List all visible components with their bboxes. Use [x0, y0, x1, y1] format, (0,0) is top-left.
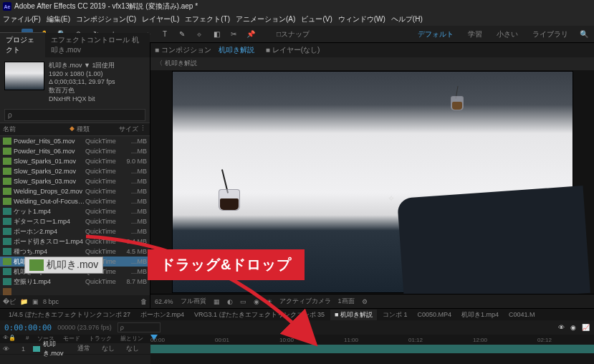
- menu-help[interactable]: ヘルプ(H): [391, 14, 423, 24]
- region-icon[interactable]: ▭: [240, 298, 246, 305]
- project-file-row[interactable]: Powder_Hits_06.movQuickTime…MB: [0, 146, 150, 156]
- project-file-row[interactable]: [0, 287, 150, 295]
- shy-icon[interactable]: 👁: [558, 324, 565, 331]
- col-settings-icon[interactable]: ⋮: [138, 125, 147, 134]
- interpret-icon[interactable]: �ビ: [3, 297, 16, 307]
- timeline-tab[interactable]: コンポ 1: [378, 310, 412, 320]
- viewer-tab-layer[interactable]: ■ レイヤー(なし): [262, 44, 324, 57]
- project-file-row[interactable]: ボード切きスロー1.mp4QuickTime0.4 MB: [0, 236, 150, 246]
- timeline-tab[interactable]: C0050.MP4: [413, 310, 456, 319]
- tab-effect-controls[interactable]: エフェクトコントロール 机叩き.mov: [45, 33, 150, 57]
- menu-animation[interactable]: アニメーション(A): [236, 14, 295, 24]
- delete-icon[interactable]: 🗑: [140, 298, 147, 305]
- layer-mode[interactable]: 通常: [77, 344, 99, 353]
- timeline-tab[interactable]: 1/4.5 ぼたたきエフェクトリンクコンポ 27: [4, 310, 135, 320]
- bpc-toggle[interactable]: 8 bpc: [43, 298, 59, 305]
- text-tool-icon[interactable]: T: [159, 29, 171, 40]
- graph-icon[interactable]: 📈: [582, 324, 590, 331]
- col-size[interactable]: サイズ: [112, 125, 138, 134]
- timeline-track-area[interactable]: [150, 343, 594, 364]
- new-folder-icon[interactable]: 📁: [20, 298, 28, 305]
- menu-view[interactable]: ビュー(V): [301, 14, 332, 24]
- menu-effect[interactable]: エフェクト(T): [185, 14, 230, 24]
- item-info: 机叩き.mov ▼ 1回使用 1920 x 1080 (1.00) Δ 0;00…: [49, 62, 115, 103]
- file-type: QuickTime: [85, 238, 121, 245]
- motion-blur-icon[interactable]: ◉: [570, 324, 576, 331]
- menu-composition[interactable]: コンポジション(C): [76, 14, 136, 24]
- project-file-row[interactable]: Welding_Drops_02.movQuickTime…MB: [0, 186, 150, 196]
- workspace-library[interactable]: ライブラリ: [528, 28, 573, 41]
- search-icon[interactable]: 🔍: [578, 29, 590, 40]
- file-name: ボーホン2.mp4: [14, 227, 85, 236]
- mask-icon[interactable]: ◐: [227, 298, 233, 305]
- viewer-tab-comp[interactable]: 机叩き解説: [214, 44, 259, 57]
- project-file-row[interactable]: 種つち.mp4QuickTime4.5 MB: [0, 246, 150, 257]
- layer-track-matte[interactable]: なし: [102, 344, 123, 353]
- resolution-dropdown[interactable]: フル画質: [181, 297, 206, 306]
- project-file-row[interactable]: Slow_Sparks_01.movQuickTime9.0 MB: [0, 156, 150, 166]
- file-type-icon: [3, 228, 11, 235]
- workspace-learn[interactable]: 学習: [464, 28, 487, 41]
- camera-dropdown[interactable]: アクティブカメラ: [279, 297, 331, 306]
- project-file-row[interactable]: Welding_Out-of-Focus_01.movQuickTime…MB: [0, 196, 150, 206]
- project-search-input[interactable]: [4, 109, 145, 121]
- col-track[interactable]: トラックマ: [89, 335, 116, 343]
- grid-icon[interactable]: ▦: [214, 298, 220, 305]
- coffee-cup-front: [216, 179, 243, 211]
- file-name: Welding_Drops_02.mov: [14, 188, 85, 195]
- stamp-tool-icon[interactable]: ⟐: [193, 29, 205, 40]
- eraser-tool-icon[interactable]: ◧: [211, 29, 222, 40]
- layer-color-chip[interactable]: [33, 346, 40, 352]
- current-timecode[interactable]: 0:00:00:00: [4, 323, 52, 332]
- workspace-default[interactable]: デフォルト: [413, 28, 458, 41]
- menu-layer[interactable]: レイヤー(L): [142, 14, 179, 24]
- project-file-row[interactable]: ケット1.mp4QuickTime…MB: [0, 206, 150, 216]
- snap-toggle[interactable]: □スナップ: [277, 29, 310, 39]
- col-parent[interactable]: 親とリンク: [120, 335, 148, 343]
- item-thumbnail: [4, 62, 44, 90]
- menu-file[interactable]: ファイル(F): [3, 14, 41, 24]
- viewer-breadcrumb[interactable]: 〈 机叩き解説: [150, 57, 594, 70]
- project-file-row[interactable]: 空振り1.mp4QuickTime8.7 MB: [0, 277, 150, 287]
- timeline-tab[interactable]: ボーホン2.mp4: [136, 310, 188, 320]
- timeline-tab[interactable]: 机叩き1.mp4: [457, 310, 503, 320]
- layer-clip[interactable]: [150, 345, 594, 353]
- channel-icon[interactable]: ◉: [254, 298, 259, 305]
- layer-row[interactable]: 👁 1 机叩き.mov 通常 なし なし: [0, 343, 150, 355]
- menu-edit[interactable]: 編集(E): [47, 14, 70, 24]
- file-type-icon: [3, 138, 11, 145]
- file-name: Slow_Sparks_03.mov: [14, 178, 85, 185]
- file-type: QuickTime: [85, 148, 121, 155]
- visibility-icon[interactable]: 👁: [3, 345, 10, 353]
- file-size: …MB: [121, 138, 147, 145]
- project-file-row[interactable]: ギタースロー1.mp4QuickTime…MB: [0, 216, 150, 226]
- menu-window[interactable]: ウィンドウ(W): [338, 14, 385, 24]
- tab-project[interactable]: プロジェクト: [0, 32, 45, 57]
- col-name[interactable]: 名前: [3, 125, 70, 134]
- col-type[interactable]: 種類: [77, 125, 112, 134]
- timeline-tab[interactable]: ■ 机叩き解説: [330, 310, 377, 320]
- exposure-icon[interactable]: ☀: [267, 298, 272, 305]
- project-file-row[interactable]: Slow_Sparks_03.movQuickTime…MB: [0, 176, 150, 186]
- file-name: Slow_Sparks_01.mov: [14, 158, 85, 165]
- timeline-tab[interactable]: VRG3.1 ぼたたきエフェクトリンクコンポ 35: [190, 310, 329, 320]
- workspace-small[interactable]: 小さい: [492, 28, 522, 41]
- timeline-search-input[interactable]: [118, 322, 161, 332]
- roto-tool-icon[interactable]: ✂: [228, 29, 239, 40]
- project-file-row[interactable]: Slow_Sparks_02.movQuickTime…MB: [0, 166, 150, 176]
- zoom-dropdown[interactable]: 62.4%: [155, 298, 173, 305]
- layer-parent[interactable]: なし: [126, 344, 148, 353]
- label-col-icon[interactable]: ◆: [70, 125, 77, 134]
- new-comp-icon[interactable]: ▣: [32, 298, 39, 305]
- layer-name[interactable]: 机叩き.mov: [43, 340, 75, 358]
- timeline-tab[interactable]: C0041.M: [504, 310, 540, 319]
- puppet-tool-icon[interactable]: 📌: [245, 29, 257, 40]
- view-options-icon[interactable]: ⚙: [362, 298, 368, 305]
- brush-tool-icon[interactable]: ✎: [176, 29, 188, 40]
- project-file-row[interactable]: ボーホン2.mp4QuickTime…MB: [0, 226, 150, 236]
- file-type-icon: [3, 188, 11, 195]
- view-dropdown[interactable]: 1画面: [338, 297, 355, 306]
- project-file-row[interactable]: Powder_Hits_05.movQuickTime…MB: [0, 136, 150, 146]
- item-codec: DNxHR HQX bit: [49, 95, 115, 104]
- file-name: Powder_Hits_06.mov: [14, 148, 85, 155]
